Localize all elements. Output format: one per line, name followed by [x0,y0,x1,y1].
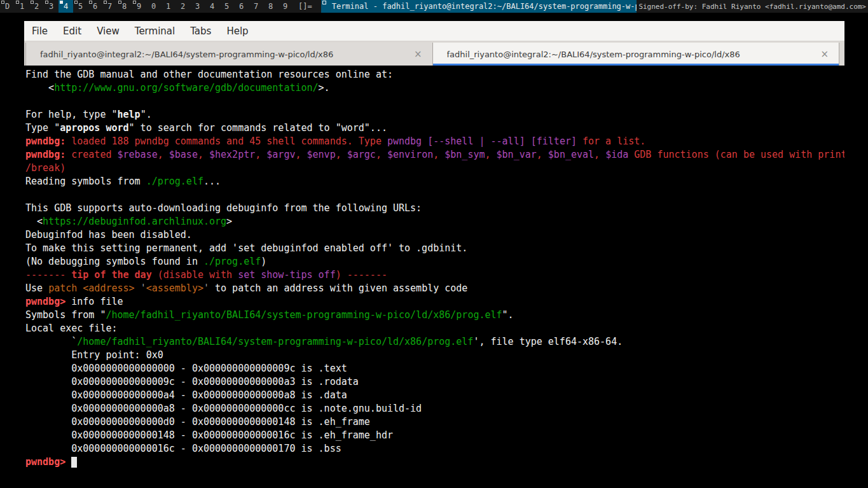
workspace-tag[interactable]: 0 [146,0,161,13]
tag-occupied-icon [74,1,78,4]
terminal-line: /break) [25,162,844,175]
menu-item-file[interactable]: File [24,21,55,41]
tag-occupied-icon [1,1,4,4]
tag-occupied-icon [89,1,92,4]
workspace-tag-label: 1 [166,2,170,11]
workspace-tag[interactable]: 7 [102,0,117,13]
workspace-tag-label: 6 [93,2,97,11]
workspace-tag-label: 9 [137,2,141,11]
tag-occupied-icon [16,1,19,4]
workspace-tag[interactable]: 4 [205,0,219,13]
tag-occupied-icon [45,1,48,4]
terminal-line: 0x00000000000000a8 - 0x00000000000000cc … [25,402,844,415]
workspace-tag-label: 3 [49,2,53,11]
terminal-line: Entry point: 0x0 [25,349,844,362]
tiling-layout-indicator[interactable]: []= [293,0,318,13]
terminal-line: <http://www.gnu.org/software/gdb/documen… [25,81,844,95]
workspace-tag[interactable]: 3 [190,0,205,13]
focused-window-title-text: Terminal - fadhil_riyanto@integral2:~/BA… [332,2,637,11]
menu-item-terminal[interactable]: Terminal [127,21,183,41]
terminal-line: pwndbg> info file [25,295,844,309]
workspace-tag-label: 1 [20,2,24,11]
workspace-tag-label: 0 [151,2,156,11]
tab-title: fadhil_riyanto@integral2:~/BALI64/system… [40,50,409,59]
terminal-line: This GDB supports auto-downloading debug… [25,202,844,215]
workspace-tag-label: 8 [122,2,127,11]
terminal-line: Symbols from "/home/fadhil_riyanto/BALI6… [25,309,844,322]
tag-focused-icon [60,1,63,4]
terminal-cursor [71,457,77,468]
tag-occupied-icon [118,1,121,4]
terminal-line: Debuginfod has been disabled. [25,228,844,242]
workspace-tag[interactable]: 6 [234,0,249,13]
workspace-tag[interactable]: 1 [161,0,176,13]
terminal-tab-2[interactable]: fadhil_riyanto@integral2:~/BALI64/system… [433,43,840,66]
terminal-line: Reading symbols from ./prog.elf... [25,175,844,188]
tag-occupied-icon [133,1,136,4]
terminal-line: 0x0000000000000148 - 0x000000000000016c … [25,429,844,442]
workspace-tag[interactable]: 5 [219,0,234,13]
desktop: D1234567890123456789 []= Terminal - fadh… [0,0,868,488]
terminal-line: 0x000000000000009c - 0x00000000000000a3 … [25,375,844,389]
workspace-tag[interactable]: 9 [278,0,293,13]
terminal-line: Use patch <address> '<assembly>' to patc… [25,282,844,295]
tab-close-icon[interactable]: × [409,48,427,60]
tab-title: fadhil_riyanto@integral2:~/BALI64/system… [447,50,816,59]
workspace-tags: D1234567890123456789 [0,0,293,13]
terminal-line: `/home/fadhil_riyanto/BALI64/system-prog… [25,335,844,349]
workspace-tag[interactable]: 9 [132,0,146,13]
workspace-tag-label: 3 [195,2,200,11]
terminal-line: pwndbg: created $rebase, $base, $hex2ptr… [25,148,844,162]
workspace-tag[interactable]: 8 [117,0,132,13]
tag-occupied-icon [104,1,107,4]
menu-item-edit[interactable]: Edit [55,21,89,41]
terminal-line: For help, type "help". [25,108,844,122]
workspace-tag-label: 5 [78,2,83,11]
workspace-tag[interactable]: 6 [88,0,102,13]
terminal-line: pwndbg: loaded 188 pwndbg commands and 4… [25,135,844,148]
menu-bar: FileEditViewTerminalTabsHelp [24,21,844,41]
terminal-line: ------- tip of the day (disable with set… [25,268,844,282]
focused-window-title: Terminal - fadhil_riyanto@integral2:~/BA… [321,0,637,13]
workspace-tag[interactable]: 3 [44,0,59,13]
workspace-tag-label: 6 [239,2,244,11]
menu-item-view[interactable]: View [89,21,127,41]
workspace-tag[interactable]: 5 [73,0,88,13]
workspace-tag[interactable]: 8 [263,0,278,13]
terminal-line: Type "apropos word" to search for comman… [25,122,844,135]
dwm-status-bar: D1234567890123456789 []= Terminal - fadh… [0,0,868,13]
workspace-tag-label: 4 [210,2,214,11]
terminal-line [25,95,844,108]
terminal-line: pwndbg> [25,456,844,469]
tag-occupied-icon [31,1,34,4]
terminal-window: FileEditViewTerminalTabsHelp fadhil_riya… [24,21,844,488]
terminal-line: Local exec file: [25,322,844,335]
terminal-line: 0x0000000000000000 - 0x000000000000009c … [25,362,844,375]
workspace-tag-label: 4 [64,2,68,11]
workspace-tag[interactable]: 2 [176,0,190,13]
workspace-tag-label: 7 [107,2,112,11]
tab-close-icon[interactable]: × [815,48,834,60]
terminal-output[interactable]: Find the GDB manual and other documentat… [24,66,844,488]
menu-item-tabs[interactable]: Tabs [183,21,219,41]
workspace-tag[interactable]: 4 [59,0,73,13]
status-text: Signed-off-by: Fadhil Riyanto <fadhil.ri… [637,0,868,13]
workspace-tag[interactable]: 2 [29,0,44,13]
workspace-tag-label: D [5,2,10,11]
terminal-line: <https://debuginfod.archlinux.org> [25,215,844,228]
terminal-line [25,188,844,202]
terminal-tab-1[interactable]: fadhil_riyanto@integral2:~/BALI64/system… [25,43,433,66]
menu-item-help[interactable]: Help [219,21,256,41]
workspace-tag-label: 7 [254,2,258,11]
terminal-line: 0x000000000000016c - 0x0000000000000170 … [25,442,844,456]
workspace-tag[interactable]: 1 [15,0,29,13]
tab-bar: fadhil_riyanto@integral2:~/BALI64/system… [24,41,844,66]
workspace-tag-label: 8 [268,2,273,11]
terminal-line: To make this setting permanent, add 'set… [25,242,844,255]
workspace-tag-label: 9 [283,2,287,11]
terminal-line: 0x00000000000000a4 - 0x00000000000000a8 … [25,389,844,402]
workspace-tag[interactable]: D [0,0,15,13]
workspace-tag[interactable]: 7 [249,0,263,13]
terminal-line: 0x00000000000000d0 - 0x0000000000000148 … [25,415,844,429]
workspace-tag-label: 2 [34,2,39,11]
